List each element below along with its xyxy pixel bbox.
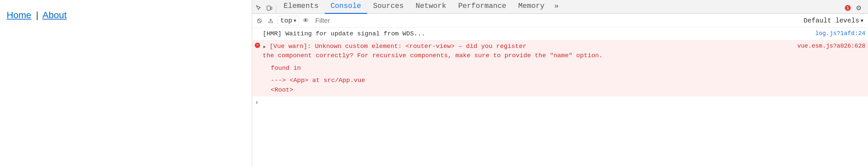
- console-toolbar: top ▼ 👁 Default levels ▼: [252, 14, 868, 28]
- tab-right-icons: 1 ⚙: [842, 3, 867, 13]
- console-message-vue-warn: ✕ ▶ [Vue warn]: Unknown custom element: …: [252, 40, 868, 62]
- page-nav: Home | About: [7, 10, 245, 20]
- console-message-vue-warn-file[interactable]: vue.esm.js?a026:628: [791, 42, 865, 51]
- toolbar-divider: [276, 5, 276, 13]
- log-levels-arrow-icon: ▼: [861, 18, 863, 24]
- console-message-vue-warn-text: ▶ [Vue warn]: Unknown custom element: <r…: [263, 42, 791, 60]
- console-prompt-icon: ›: [255, 97, 259, 108]
- tab-network[interactable]: Network: [409, 0, 452, 14]
- svg-line-3: [258, 19, 261, 22]
- console-filter-input[interactable]: [312, 17, 799, 25]
- inspect-element-button[interactable]: [253, 3, 264, 13]
- svg-rect-1: [271, 7, 272, 10]
- context-arrow-icon: ▼: [293, 18, 296, 24]
- console-message-hmr: [HMR] Waiting for update signal from WDS…: [252, 28, 868, 40]
- console-output: [HMR] Waiting for update signal from WDS…: [252, 28, 868, 166]
- context-selector[interactable]: top ▼: [277, 16, 299, 26]
- error-badge: 1: [845, 5, 851, 11]
- about-link[interactable]: About: [42, 10, 67, 20]
- show-console-drawer-button[interactable]: [266, 16, 275, 26]
- console-message-found-in-text: found in: [271, 64, 865, 73]
- more-tabs-button[interactable]: »: [550, 0, 562, 13]
- tab-sources[interactable]: Sources: [367, 0, 409, 14]
- tab-elements[interactable]: Elements: [278, 0, 325, 14]
- tab-console[interactable]: Console: [325, 0, 367, 14]
- log-levels-selector[interactable]: Default levels ▼: [802, 16, 865, 25]
- page-content: Home | About: [0, 0, 252, 166]
- devtools-panel: Elements Console Sources Network Perform…: [252, 0, 868, 166]
- tab-memory[interactable]: Memory: [512, 0, 550, 14]
- console-input-row: ›: [252, 96, 868, 109]
- error-icon: ✕: [255, 42, 263, 48]
- device-mode-button[interactable]: [264, 3, 275, 13]
- console-message-component-tree: ---> <App> at src/App.vue <Root>: [252, 74, 868, 96]
- nav-separator: |: [36, 10, 38, 20]
- log-levels-label: Default levels: [804, 17, 859, 25]
- expand-arrow-icon[interactable]: ▶: [264, 45, 266, 49]
- console-message-found-in: found in: [252, 62, 868, 75]
- tab-performance[interactable]: Performance: [452, 0, 512, 14]
- context-value: top: [280, 17, 292, 25]
- console-message-hmr-file[interactable]: log.js?1afd:24: [809, 29, 865, 38]
- settings-button[interactable]: ⚙: [854, 3, 864, 13]
- devtools-tabs: Elements Console Sources Network Perform…: [252, 0, 868, 14]
- svg-rect-5: [269, 22, 273, 23]
- svg-rect-0: [267, 6, 270, 10]
- error-count: 1: [845, 5, 851, 11]
- console-message-component-tree-text: ---> <App> at src/App.vue <Root>: [271, 76, 865, 94]
- live-expressions-button[interactable]: 👁: [301, 16, 310, 26]
- svg-point-4: [270, 19, 271, 20]
- info-icon: [255, 29, 263, 30]
- home-link[interactable]: Home: [7, 10, 31, 20]
- console-message-hmr-text: [HMR] Waiting for update signal from WDS…: [263, 29, 809, 39]
- clear-console-button[interactable]: [255, 16, 264, 26]
